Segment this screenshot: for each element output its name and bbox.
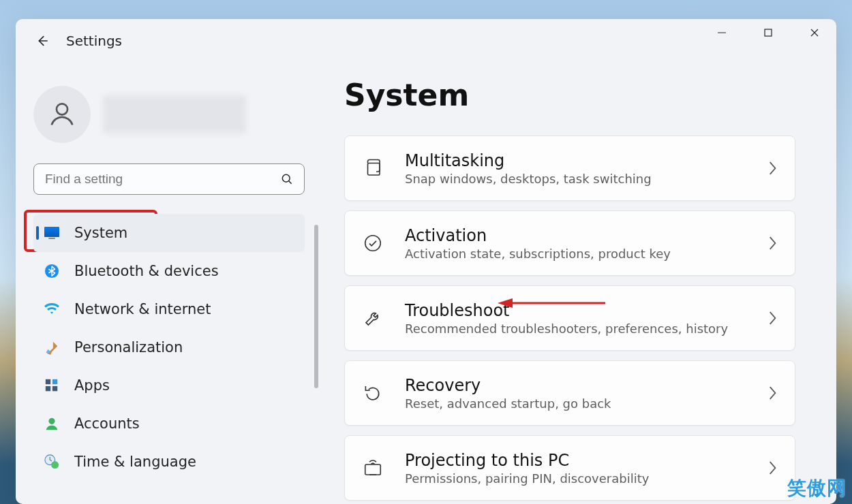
- svg-point-15: [365, 236, 381, 251]
- main: System Multitasking Snap windows, deskto…: [324, 82, 836, 504]
- sidebar-item-apps[interactable]: Apps: [33, 366, 305, 405]
- card-text: Projecting to this PC Permissions, pairi…: [405, 451, 747, 486]
- svg-marker-17: [498, 298, 513, 308]
- bluetooth-icon: [43, 262, 61, 280]
- chevron-right-icon: [767, 460, 781, 475]
- header-row: Settings: [32, 31, 122, 50]
- minimize-button[interactable]: [700, 19, 744, 46]
- projecting-icon: [361, 456, 384, 479]
- recovery-icon: [361, 381, 384, 405]
- svg-rect-14: [368, 163, 380, 176]
- svg-rect-4: [44, 227, 59, 237]
- user-block[interactable]: [33, 86, 324, 143]
- card-desc: Permissions, pairing PIN, discoverabilit…: [405, 471, 747, 486]
- page-title: System: [344, 78, 795, 112]
- card-desc: Recommended troubleshooters, preferences…: [405, 321, 747, 336]
- svg-point-2: [282, 174, 290, 182]
- settings-cards: Multitasking Snap windows, desktops, tas…: [344, 136, 795, 501]
- sidebar-item-label: Time & language: [74, 454, 196, 470]
- apps-icon: [43, 377, 61, 394]
- svg-point-1: [57, 104, 67, 114]
- card-troubleshoot[interactable]: Troubleshoot Recommended troubleshooters…: [344, 285, 795, 351]
- titlebar: [700, 19, 836, 46]
- sidebar-item-accounts[interactable]: Accounts: [33, 405, 305, 443]
- sidebar-item-label: Personalization: [74, 339, 183, 356]
- card-text: Recovery Reset, advanced startup, go bac…: [405, 376, 747, 411]
- activation-icon: [361, 232, 384, 255]
- sidebar-item-label: Apps: [74, 377, 110, 394]
- content: System Bluetooth & devices Network & int…: [16, 82, 836, 504]
- card-title: Activation: [405, 226, 747, 245]
- card-desc: Activation state, subscriptions, product…: [405, 247, 747, 261]
- card-title: Projecting to this PC: [405, 451, 747, 470]
- wifi-icon: [43, 300, 61, 318]
- svg-rect-10: [52, 386, 57, 391]
- settings-window: Settings: [16, 19, 836, 504]
- svg-point-13: [51, 461, 59, 469]
- sidebar-item-label: System: [74, 225, 127, 241]
- card-multitasking[interactable]: Multitasking Snap windows, desktops, tas…: [344, 136, 795, 201]
- sidebar-item-time[interactable]: Time & language: [33, 443, 305, 481]
- card-title: Multitasking: [405, 151, 747, 170]
- multitasking-icon: [361, 157, 384, 180]
- search-wrap: [33, 163, 305, 195]
- card-projecting[interactable]: Projecting to this PC Permissions, pairi…: [344, 435, 795, 501]
- chevron-right-icon: [767, 311, 781, 326]
- svg-rect-18: [365, 464, 381, 475]
- sidebar: System Bluetooth & devices Network & int…: [33, 82, 324, 504]
- card-activation[interactable]: Activation Activation state, subscriptio…: [344, 210, 795, 276]
- sidebar-item-label: Accounts: [74, 415, 140, 432]
- search-input[interactable]: [33, 163, 305, 195]
- chevron-right-icon: [767, 236, 781, 251]
- sidebar-item-personalization[interactable]: Personalization: [33, 328, 305, 366]
- app-title: Settings: [66, 33, 122, 49]
- svg-point-11: [48, 418, 55, 424]
- svg-rect-5: [48, 238, 55, 239]
- card-text: Activation Activation state, subscriptio…: [405, 226, 747, 261]
- card-desc: Snap windows, desktops, task switching: [405, 172, 747, 186]
- chevron-right-icon: [767, 161, 781, 176]
- annotation-arrow: [498, 296, 607, 311]
- card-text: Multitasking Snap windows, desktops, tas…: [405, 151, 747, 186]
- maximize-button[interactable]: [746, 19, 790, 46]
- search-icon: [280, 172, 294, 186]
- sidebar-item-bluetooth[interactable]: Bluetooth & devices: [33, 252, 305, 290]
- chevron-right-icon: [767, 385, 781, 400]
- user-info-redacted: [103, 95, 246, 133]
- svg-rect-9: [46, 386, 50, 391]
- card-recovery[interactable]: Recovery Reset, advanced startup, go bac…: [344, 360, 795, 426]
- sidebar-scrollbar[interactable]: [314, 225, 318, 388]
- sidebar-item-label: Network & internet: [74, 301, 211, 317]
- svg-rect-7: [46, 379, 50, 384]
- clock-globe-icon: [43, 453, 61, 471]
- system-icon: [43, 224, 61, 242]
- accounts-icon: [43, 415, 61, 432]
- svg-rect-0: [765, 29, 772, 36]
- sidebar-item-network[interactable]: Network & internet: [33, 290, 305, 328]
- wrench-icon: [361, 306, 384, 330]
- close-button[interactable]: [793, 19, 836, 46]
- sidebar-item-label: Bluetooth & devices: [74, 263, 219, 279]
- card-desc: Reset, advanced startup, go back: [405, 396, 747, 411]
- back-button[interactable]: [32, 31, 51, 50]
- svg-rect-8: [52, 379, 57, 384]
- nav: System Bluetooth & devices Network & int…: [33, 214, 305, 481]
- sidebar-item-system[interactable]: System: [33, 214, 305, 252]
- paintbrush-icon: [43, 338, 61, 356]
- avatar: [33, 86, 91, 143]
- card-title: Recovery: [405, 376, 747, 395]
